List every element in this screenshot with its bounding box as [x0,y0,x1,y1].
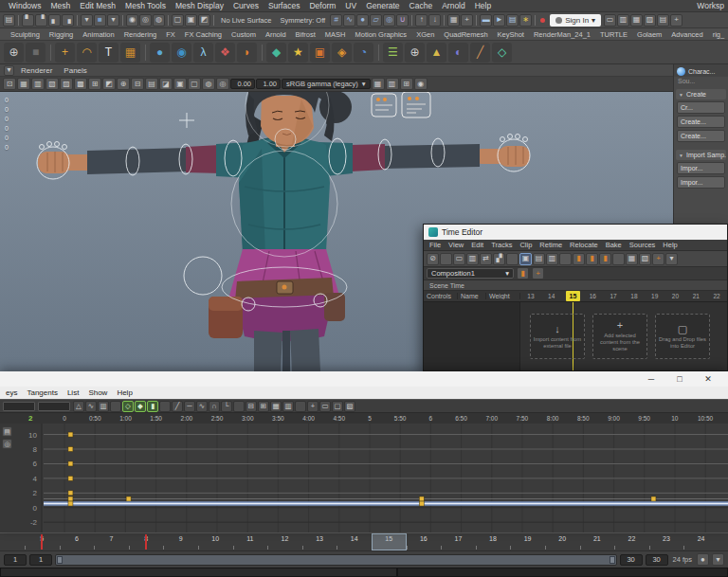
status-icon[interactable]: ▤ [3,14,15,27]
menu-item[interactable]: Arnold [437,1,470,10]
shelf-tool-icon[interactable]: ▦ [120,43,140,63]
time-editor-tool-icon[interactable] [559,253,572,265]
shelf-tab[interactable]: Custom [227,29,261,40]
time-editor-tool-icon[interactable] [440,253,452,265]
auto-key-icon[interactable]: ● [697,553,709,566]
time-editor-menu-item[interactable]: Bake [602,241,626,249]
playhead-marker[interactable]: 15 [566,291,580,301]
viewport-toggle-icon[interactable]: ▨ [60,78,73,90]
viewport-toggle-icon[interactable]: ▤ [145,78,158,90]
viewport-toggle-icon[interactable]: ⊞ [400,78,413,90]
graph-editor-tool-icon[interactable]: └ [221,401,232,412]
column-weight[interactable]: Weight [486,293,520,299]
panel-menu-icon[interactable]: ▾ [4,65,14,76]
shelf-tool-icon[interactable]: T [99,43,118,63]
shelf-tab[interactable]: Sculpting [6,29,45,40]
time-editor-tool-icon[interactable]: + [652,253,664,265]
status-icon[interactable]: ▖ [48,14,61,27]
shelf-tab[interactable]: Bifrost [291,29,320,40]
sidebar-toggle-icon[interactable]: ▭ [604,14,616,27]
composition-select[interactable]: Composition1 ▾ [427,268,514,279]
time-editor-titlebar[interactable]: Time Editor [424,225,727,240]
graph-editor-ruler[interactable]: 2 00:501:001:502:002:503:003:504:004:505… [0,412,728,424]
dropzone-add-content[interactable]: + Add selected content from the scene [592,314,647,359]
snap-icon[interactable]: ↑ [415,14,428,27]
time-editor-menu-item[interactable]: Clip [516,241,536,249]
shelf-tool-icon[interactable]: ◗ [237,43,257,63]
animation-curves[interactable]: 1086420-2 [0,424,728,532]
status-icon[interactable]: ◍ [153,14,165,27]
range-handle-left[interactable] [57,556,63,564]
shelf-tab[interactable]: FX Caching [180,29,227,40]
graph-editor-tool-icon[interactable]: ▮ [147,401,158,412]
graph-side-icon[interactable]: ▤ [2,426,12,437]
time-editor-tool-icon[interactable]: ▮ [573,253,585,265]
window-control-icon[interactable]: ─ [637,371,665,387]
viewport-toggle-icon[interactable]: ▦ [372,78,385,90]
time-editor-tool-icon[interactable]: ▦ [626,253,638,265]
symmetry-label[interactable]: Symmetry: Off [276,16,329,25]
status-icon[interactable]: ▘ [22,14,34,27]
selection-mode-icon[interactable]: ◩ [198,14,210,27]
shelf-tool-icon[interactable]: + [55,43,75,63]
render-icon[interactable]: ► [493,14,505,27]
time-editor-tool-icon[interactable]: ▾ [665,253,678,265]
status-icon[interactable]: ▝ [35,14,47,27]
shelf-tool-icon[interactable]: ◆ [266,43,286,63]
viewport-toggle-icon[interactable]: ⊟ [131,78,144,90]
animation-start-field[interactable]: 1 [4,554,27,566]
graph-editor-tool-icon[interactable]: + [307,401,318,412]
column-controls[interactable]: Controls [424,293,458,299]
selection-mode-icon[interactable] [211,14,216,27]
status-icon[interactable]: ■ [94,14,106,27]
snap-icon[interactable]: ∪ [396,14,409,27]
sidebar-toggle-icon[interactable]: ▤ [657,14,669,27]
time-editor-tool-icon[interactable]: ▮ [586,253,598,265]
graph-editor-tool-icon[interactable] [295,401,306,412]
graph-editor-tool-icon[interactable]: ⊟ [246,401,257,412]
render-icon[interactable] [533,14,537,27]
time-editor-menu-item[interactable]: Help [659,241,681,249]
animation-prefs-icon[interactable]: ▾ [712,553,724,566]
shelf-tool-icon[interactable] [259,43,264,63]
viewport-toggle-icon[interactable]: ⊡ [3,78,16,90]
view-transform-select[interactable]: sRGB gamma (legacy) ▾ [282,79,371,89]
time-editor-menu-item[interactable]: Retime [536,241,566,249]
time-editor-tool-icon[interactable]: ▧ [639,253,651,265]
graph-editor-titlebar[interactable]: ─□✕ [0,371,728,387]
graph-editor-tool-icon[interactable]: ◆ [135,401,146,412]
snap-icon[interactable]: ▱ [370,14,382,27]
stats-field-value[interactable] [38,402,70,411]
shelf-tool-icon[interactable] [375,43,381,63]
shelf-tool-icon[interactable]: ❖ [215,43,235,63]
shelf-tool-icon[interactable]: ◇ [492,43,512,63]
viewport-toggle-icon[interactable]: ⊞ [88,78,101,90]
selection-mode-icon[interactable]: ▢ [172,14,184,27]
dropzone-import[interactable]: ↓ Import content from external file [530,314,585,359]
time-editor-menu-item[interactable]: View [445,241,467,249]
sidebar-toggle-icon[interactable]: ▦ [630,14,643,27]
current-frame-block[interactable] [372,533,407,550]
menu-item[interactable]: Generate [361,1,404,10]
shelf-tool-icon[interactable]: ★ [288,43,308,63]
graph-editor-tool-icon[interactable]: ╱ [172,401,183,412]
viewport-toggle-icon[interactable]: ▢ [188,78,201,90]
time-editor-menu-item[interactable]: File [426,241,445,249]
graph-editor-menu-item[interactable]: Tangents [22,388,62,397]
status-icon[interactable]: ▗ [62,14,74,27]
time-slider[interactable]: 56789101112131415161718192021222324 [0,532,728,550]
snap-icon[interactable] [442,14,446,27]
time-editor-tool-icon[interactable]: ▣ [519,253,532,265]
menu-item[interactable]: Cache [405,1,438,10]
snap-icon[interactable] [410,14,414,27]
time-editor-tool-icon[interactable]: ⊘ [427,253,439,265]
time-editor-tool-icon[interactable]: ▭ [453,253,465,265]
dropzone-drag-drop[interactable]: ▢ Drag and Drop files into Editor [655,314,710,359]
menu-item[interactable]: UV [340,1,361,10]
menu-item[interactable]: Curves [228,1,264,10]
viewport-toggle-icon[interactable]: ◩ [102,78,116,90]
snap-icon[interactable]: ◎ [383,14,395,27]
viewport-toggle-icon[interactable]: ▩ [74,78,87,90]
viewport-toggle-icon[interactable]: ◎ [216,78,229,90]
time-editor-menu-item[interactable]: Relocate [566,241,602,249]
